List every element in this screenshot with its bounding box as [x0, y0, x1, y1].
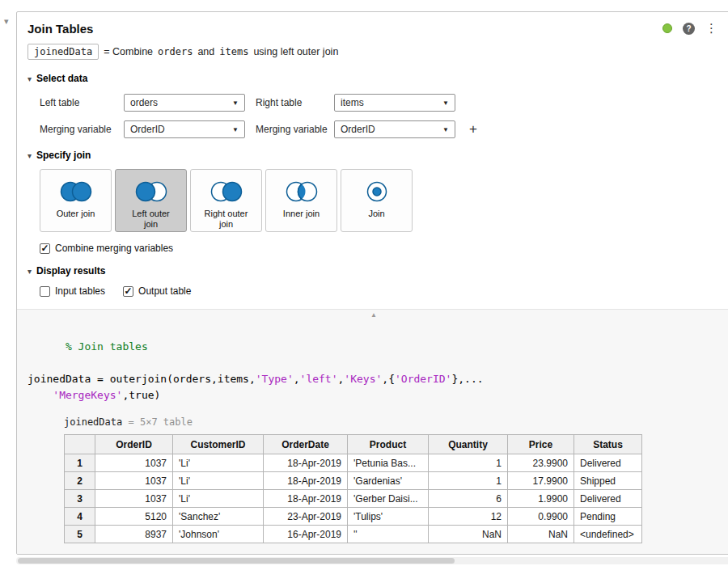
- table-cell: 1: [429, 472, 508, 490]
- table-body: 11037'Li'18-Apr-2019'Petunia Bas...123.9…: [65, 454, 642, 543]
- combine-merging-variables-checkbox[interactable]: ✓ Combine merging variables: [40, 243, 728, 254]
- venn-right-outer-join-icon: [205, 177, 248, 206]
- code-token: [28, 389, 53, 401]
- table-cell: Delivered: [574, 454, 642, 472]
- table-cell: 1037: [95, 454, 173, 472]
- collapse-output-arrow-icon[interactable]: ▲: [370, 311, 377, 319]
- task-collapse-arrow-icon[interactable]: ▾: [4, 16, 9, 27]
- code-token: 'Keys': [344, 373, 382, 385]
- left-outer-join-button[interactable]: Left outer join: [115, 169, 187, 232]
- table-cell: 'Sanchez': [173, 508, 264, 526]
- combine-row: ✓ Combine merging variables: [40, 243, 728, 254]
- table-cell: 1: [429, 454, 508, 472]
- task-output-area: ▲ % Join tables joinedData = outerjoin(o…: [17, 309, 728, 554]
- checkbox-label: Output table: [138, 285, 191, 297]
- column-header: Price: [508, 435, 574, 454]
- checkbox-checked-icon: ✓: [40, 243, 50, 254]
- left-table-dropdown[interactable]: orders ▼: [124, 94, 245, 112]
- table-row: 58937'Johnson'16-Apr-2019''NaNNaN<undefi…: [65, 526, 642, 543]
- chevron-down-icon[interactable]: ▾: [28, 74, 32, 83]
- right-table-dropdown[interactable]: items ▼: [334, 94, 455, 112]
- scrollbar-thumb[interactable]: [18, 558, 455, 564]
- table-cell: NaN: [508, 526, 574, 543]
- checkbox-label: Combine merging variables: [55, 243, 173, 254]
- inner-join-button[interactable]: Inner join: [265, 169, 337, 232]
- row-number-cell: 3: [65, 490, 95, 508]
- table-cell: 23-Apr-2019: [264, 508, 348, 526]
- table-cell: 8937: [95, 526, 173, 543]
- column-header: Product: [348, 435, 429, 454]
- input-tables-checkbox[interactable]: Input tables: [40, 285, 105, 297]
- table-cell: Delivered: [574, 490, 642, 508]
- table-cell: 'Petunia Bas...: [348, 454, 429, 472]
- dropdown-value: OrderID: [130, 124, 165, 135]
- section-select-data[interactable]: ▾ Select data: [17, 61, 728, 84]
- join-option-label: Right outer join: [200, 209, 253, 230]
- header-icons: ? ⋮: [662, 21, 717, 36]
- code-line: 'MergeKeys',true): [28, 387, 728, 403]
- help-icon[interactable]: ?: [683, 23, 695, 35]
- join-button[interactable]: Join: [341, 169, 413, 232]
- code-token: 'MergeKeys': [53, 389, 122, 401]
- section-title: Specify join: [36, 150, 91, 161]
- join-type-options: Outer join Left outer join Right outer j…: [40, 169, 728, 232]
- chevron-down-icon[interactable]: ▾: [28, 267, 32, 276]
- section-specify-join[interactable]: ▾ Specify join: [17, 138, 728, 161]
- row-number-cell: 4: [65, 508, 95, 526]
- venn-left-outer-join-icon: [129, 177, 173, 206]
- left-merging-variable-dropdown[interactable]: OrderID ▼: [124, 120, 245, 138]
- output-variable-box[interactable]: joinedData: [28, 44, 99, 60]
- join-tables-task-panel: Join Tables ? ⋮ joinedData = Combine ord…: [16, 11, 728, 555]
- kebab-menu-icon[interactable]: ⋮: [705, 21, 717, 36]
- section-display-results[interactable]: ▾ Display results: [17, 254, 728, 277]
- chevron-down-icon: ▼: [232, 99, 239, 107]
- table-cell: 'Li': [173, 454, 264, 472]
- table-row: 11037'Li'18-Apr-2019'Petunia Bas...123.9…: [65, 454, 642, 472]
- result-variable-name: joinedData: [64, 416, 122, 428]
- code-token: ,true): [122, 389, 160, 401]
- code-token: },...: [451, 373, 483, 385]
- horizontal-scrollbar[interactable]: [16, 557, 728, 564]
- page-title: Join Tables: [28, 22, 93, 36]
- table-cell: 12: [429, 508, 508, 526]
- panel-header: Join Tables ? ⋮: [17, 12, 728, 36]
- right-merging-variable-dropdown[interactable]: OrderID ▼: [334, 120, 455, 138]
- column-header: OrderDate: [264, 435, 348, 454]
- select-data-form: Left table orders ▼ Right table items ▼ …: [40, 94, 728, 138]
- section-title: Select data: [36, 73, 87, 84]
- code-token: joinedData = outerjoin(orders,items,: [28, 373, 256, 385]
- table-cell: 18-Apr-2019: [264, 454, 348, 472]
- result-dims: 5×7 table: [140, 416, 193, 428]
- outer-join-button[interactable]: Outer join: [40, 169, 112, 232]
- table-cell: NaN: [429, 526, 508, 543]
- table-cell: 18-Apr-2019: [264, 490, 348, 508]
- result-variable-line: joinedData = 5×7 table: [64, 416, 728, 428]
- table-cell: 1037: [95, 472, 173, 490]
- table-cell: <undefined>: [574, 526, 642, 543]
- code-token: ,: [294, 373, 300, 385]
- circle-dot-join-icon: [355, 177, 399, 206]
- left-merging-variable-label: Merging variable: [40, 124, 124, 135]
- table-row: 21037'Li'18-Apr-2019'Gardenias'117.9900S…: [65, 472, 642, 490]
- summary-text: and: [197, 46, 214, 57]
- code-token: 'OrderID': [395, 373, 451, 385]
- table-cell: 1.9900: [508, 490, 574, 508]
- right-merging-variable-label: Merging variable: [256, 124, 334, 135]
- code-token: 'Type': [256, 373, 294, 385]
- column-header: OrderID: [95, 435, 173, 454]
- add-merging-variable-button[interactable]: +: [466, 121, 480, 137]
- table-cell: 17.9900: [508, 472, 574, 490]
- status-indicator-icon: [662, 23, 672, 33]
- right-outer-join-button[interactable]: Right outer join: [190, 169, 262, 232]
- table-cell: 'Johnson': [173, 526, 264, 543]
- table-cell: Shipped: [574, 472, 642, 490]
- result-equals: =: [128, 416, 133, 428]
- table-cell: 0.9900: [508, 508, 574, 526]
- chevron-down-icon[interactable]: ▾: [28, 151, 32, 160]
- code-line: joinedData = outerjoin(orders,items,'Typ…: [28, 371, 728, 387]
- table-row: 31037'Li'18-Apr-2019'Gerber Daisi...61.9…: [65, 490, 642, 508]
- output-table-checkbox[interactable]: ✓ Output table: [123, 285, 191, 297]
- join-option-label: Join: [350, 209, 404, 219]
- chevron-down-icon: ▼: [442, 99, 449, 107]
- table-cell: '': [348, 526, 429, 543]
